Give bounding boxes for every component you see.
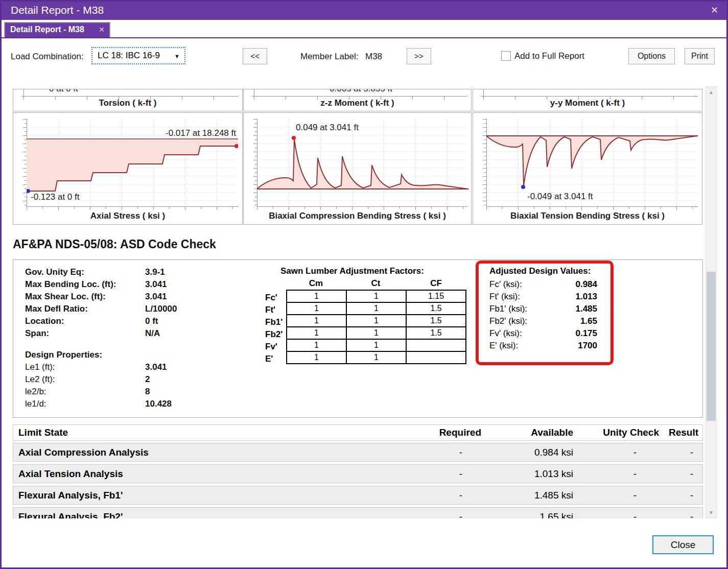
- biaxial-tension-chart-panel: -0.049 at 3.041 ft Biaxial Tension Bendi…: [473, 112, 702, 225]
- summary-value: 0 ft: [145, 316, 158, 326]
- summary-value: N/A: [145, 328, 160, 339]
- cell-available: 0.984 ksi: [485, 447, 577, 458]
- window-close-icon[interactable]: ✕: [711, 5, 718, 16]
- table-row[interactable]: Axial Compression Analysis - 0.984 ksi -…: [13, 443, 703, 462]
- summary-value: L/10000: [145, 304, 177, 314]
- design-property-label: le2/b:: [25, 387, 46, 397]
- adjusted-value-label: Fb1' (ksi):: [489, 304, 527, 314]
- min-marker-dot: [521, 185, 525, 189]
- cell-cf: [406, 351, 466, 364]
- biaxial-compression-chart-title: Biaxial Compression Bending Stress ( ksi…: [244, 211, 471, 221]
- cell-unity-check: -: [577, 447, 663, 458]
- cell-cm: 1: [287, 302, 346, 315]
- adjusted-value-label: Fb2' (ksi):: [489, 316, 527, 326]
- design-properties-title: Design Properties:: [25, 350, 102, 360]
- yy-moment-chart-panel: y-y Moment ( k-ft ): [473, 89, 702, 111]
- adjustment-factors-title: Sawn Lumber Adjustment Factors:: [280, 266, 424, 276]
- factor-row-label: Fb2': [265, 329, 283, 340]
- table-row: 1 1: [287, 351, 466, 364]
- summary-label: Max Shear Loc. (ft):: [25, 292, 106, 302]
- table-row: 1 1 1.15: [287, 290, 466, 302]
- options-button[interactable]: Options: [628, 48, 675, 64]
- print-button[interactable]: Print: [685, 48, 715, 64]
- axial-stress-min-annotation: -0.123 at 0 ft: [31, 192, 80, 202]
- add-to-full-report-checkbox[interactable]: [501, 51, 511, 61]
- tab-close-icon[interactable]: ✕: [99, 26, 105, 34]
- axial-stress-chart-title: Axial Stress ( ksi ): [13, 211, 242, 221]
- torsion-chart-title: Torsion ( k-ft ): [13, 98, 242, 108]
- cell-result: -: [663, 468, 702, 480]
- scroll-up-icon[interactable]: ▲: [706, 89, 716, 95]
- summary-value: 3.9-1: [145, 267, 165, 277]
- adjustment-factors-table: 1 1 1.15 1 1 1.5 1 1 1.5 1 1 1.5 1 1 1 1: [286, 290, 466, 364]
- biaxial-compression-y-ticks-major: [253, 119, 257, 206]
- summary-label: Span:: [25, 328, 49, 339]
- detail-report-window: Detail Report - M38 ✕ Detail Report - M3…: [0, 0, 728, 569]
- biaxial-tension-chart-title: Biaxial Tension Bending Stress ( ksi ): [473, 211, 702, 221]
- scrollbar-thumb[interactable]: [707, 272, 716, 421]
- cell-result: -: [663, 447, 702, 458]
- zz-moment-clipped-annotation: 0.005 at 5.855 ft: [330, 89, 392, 94]
- cell-ct: 1: [346, 351, 406, 364]
- cell-cf: 1.15: [406, 290, 466, 302]
- tab-divider: [2, 37, 726, 38]
- table-row[interactable]: Flexural Analysis, Fb1' - 1.485 ksi - -: [13, 486, 703, 505]
- scroll-down-icon[interactable]: ▼: [706, 510, 716, 515]
- chevron-down-icon: ▼: [174, 53, 180, 59]
- cell-cm: 1: [287, 290, 346, 302]
- design-property-label: le1/d:: [25, 399, 46, 409]
- cell-required: -: [368, 468, 485, 480]
- tab-strip: Detail Report - M38 ✕: [2, 20, 726, 37]
- table-row[interactable]: Flexural Analysis, Fb2' - 1.65 ksi - -: [13, 507, 703, 518]
- adjusted-value: 0.984: [575, 279, 597, 290]
- header-available: Available: [485, 427, 577, 438]
- cell-cf: [406, 339, 466, 351]
- close-button[interactable]: Close: [652, 535, 714, 554]
- table-row[interactable]: Axial Tension Analysis - 1.013 ksi - -: [13, 464, 703, 483]
- adjusted-value: 1700: [578, 341, 597, 351]
- header-limit-state: Limit State: [13, 427, 368, 438]
- cell-ct: 1: [346, 327, 406, 339]
- cell-limit-state: Flexural Analysis, Fb1': [13, 490, 368, 501]
- adjustment-factors-header: Cm Ct CF: [286, 278, 466, 289]
- summary-label: Max Bending Loc. (ft):: [25, 279, 116, 290]
- factor-row-label: Fb1': [265, 317, 283, 327]
- summary-label: Max Defl Ratio:: [25, 304, 88, 314]
- cell-required: -: [368, 490, 485, 501]
- adjusted-value: 1.485: [575, 304, 597, 314]
- prev-member-button[interactable]: <<: [243, 48, 267, 64]
- cell-cm: 1: [287, 327, 346, 339]
- factor-row-label: E': [265, 354, 273, 364]
- adjusted-value: 0.175: [575, 328, 597, 339]
- cell-ct: 1: [346, 315, 406, 327]
- design-property-label: Le2 (ft):: [25, 374, 55, 385]
- factor-row-label: Fv': [265, 342, 277, 352]
- cell-ct: 1: [346, 290, 406, 302]
- design-property-value: 8: [145, 387, 150, 397]
- yy-moment-y-axis: [483, 89, 484, 96]
- next-member-button[interactable]: >>: [407, 48, 431, 64]
- column-header-cm: Cm: [286, 278, 346, 289]
- cell-limit-state: Axial Compression Analysis: [13, 447, 368, 458]
- cell-cf: 1.5: [406, 327, 466, 339]
- zz-moment-y-axis: [254, 89, 254, 96]
- cell-limit-state: Flexural Analysis, Fb2': [13, 511, 368, 519]
- load-combination-value: LC 18: IBC 16-9: [98, 51, 160, 61]
- member-label-value: M38: [365, 52, 382, 62]
- member-label-caption: Member Label:: [300, 52, 358, 62]
- load-combination-select[interactable]: LC 18: IBC 16-9 ▼: [91, 47, 185, 64]
- adjusted-value-label: E' (ksi):: [489, 341, 518, 351]
- code-check-heading: AF&PA NDS-05/08: ASD Code Check: [13, 238, 216, 251]
- tab-detail-report[interactable]: Detail Report - M38 ✕: [4, 22, 110, 37]
- axial-stress-x-ticks-major: [27, 207, 238, 210]
- limit-state-table: Limit State Required Available Unity Che…: [13, 424, 703, 518]
- cell-available: 1.485 ksi: [485, 490, 577, 501]
- add-to-full-report-label: Add to Full Report: [514, 51, 584, 61]
- torsion-y-axis: [24, 89, 24, 96]
- torsion-chart-panel: 0 at 0 ft Torsion ( k-ft ): [13, 89, 243, 111]
- factor-row-label: Ft': [265, 305, 275, 315]
- table-row: 1 1 1.5: [287, 327, 466, 339]
- cell-available: 1.65 ksi: [485, 511, 577, 519]
- tab-label: Detail Report - M38: [10, 25, 84, 34]
- biaxial-tension-y-ticks-major: [483, 119, 486, 206]
